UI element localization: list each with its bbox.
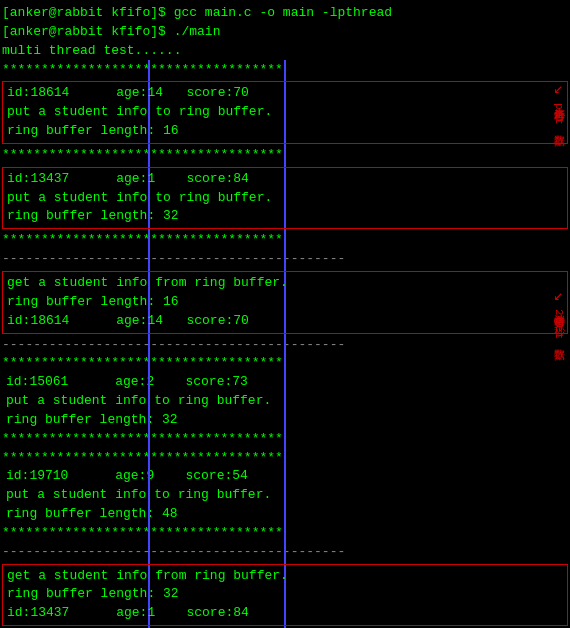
producer-len-2: ring buffer length: 32 [7,207,563,226]
producer-annotation-1: ↙ 生产者每秒put数据 [551,78,566,128]
producer-id-1: id:18614 age:14 score:70 [7,84,563,103]
consumer-get-1: get a student info from ring buffer. [7,274,563,293]
consumer-section-2: get a student info from ring buffer. rin… [2,564,568,627]
producer-put-2: put a student info to ring buffer. [7,189,563,208]
producer-id-2: id:13437 age:1 score:84 [7,170,563,189]
consumer-len-1: ring buffer length: 16 [7,293,563,312]
prompt-line-2: [anker@rabbit kfifo]$ ./main [2,23,568,42]
consumer-id-2: id:13437 age:1 score:84 [7,604,563,623]
producer-section-1: id:18614 age:14 score:70 put a student i… [2,81,568,144]
consumer-section-1: get a student info from ring buffer. rin… [2,271,568,334]
prompt-line-1: [anker@rabbit kfifo]$ gcc main.c -o main… [2,4,568,23]
consumer-len-2: ring buffer length: 32 [7,585,563,604]
consumer-get-2: get a student info from ring buffer. [7,567,563,586]
consumer-annotation-1: ↙ 消费者每2秒get数据 [551,285,566,342]
producer-len-1: ring buffer length: 16 [7,122,563,141]
consumer-id-1: id:18614 age:14 score:70 [7,312,563,331]
terminal: [anker@rabbit kfifo]$ gcc main.c -o main… [0,0,570,628]
producer-put-1: put a student info to ring buffer. [7,103,563,122]
producer-section-2: id:13437 age:1 score:84 put a student in… [2,167,568,230]
title-line: multi thread test...... [2,42,568,61]
